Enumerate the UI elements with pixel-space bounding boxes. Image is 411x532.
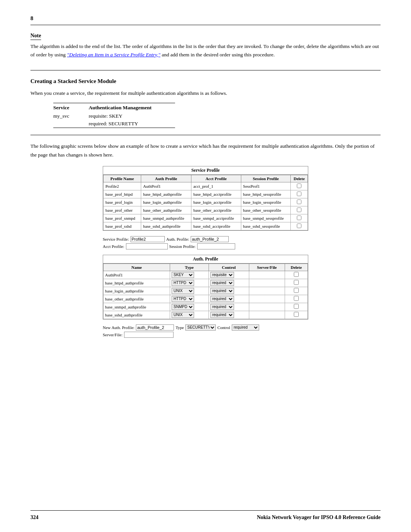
ap-delete-checkbox[interactable]	[294, 296, 299, 301]
sp-header-delete: Delete	[291, 175, 308, 182]
ap-control-select[interactable]: requisiterequiredsufficientoptional	[210, 272, 234, 278]
note-text: The algorithm is added to the end of the…	[30, 42, 381, 59]
sp-delete-checkbox[interactable]	[297, 208, 301, 212]
new-auth-server-file-label: Server/File:	[103, 332, 123, 337]
sp-header-row: Profile Name Auth Profile Acct Profile S…	[104, 175, 308, 182]
footer-page-number: 324	[30, 514, 38, 521]
ap-type-cell[interactable]: SKEYHTTPDUNIXSNMPD	[170, 287, 209, 295]
inline-table-col2: Authentication Management	[89, 103, 175, 113]
ap-control-select[interactable]: requisiterequiredsufficientoptional	[210, 288, 234, 294]
ap-type-select[interactable]: SKEYHTTPDUNIXSNMPD	[172, 280, 194, 286]
sp-session-profile-input[interactable]	[197, 243, 235, 249]
sp-cell: base_snmpd_acctprofile	[191, 214, 241, 222]
auth-cell-2: required: SECURETTY	[89, 120, 175, 128]
sp-cell: base_login_sessprofile	[241, 198, 291, 206]
sp-service-profile-input[interactable]	[131, 236, 165, 242]
sp-delete-checkbox[interactable]	[297, 224, 301, 228]
ap-serverfile-cell	[249, 271, 285, 279]
sp-cell: base_httpd_acctprofile	[191, 190, 241, 198]
sp-header-session-profile: Session Profile	[241, 175, 291, 182]
svc-name-cell-empty	[53, 120, 89, 128]
table-row: Profile2AuthProf1acct_prof_1SessProf1	[104, 182, 308, 190]
table-row: base_prof_loginbase_login_authprofilebas…	[104, 198, 308, 206]
ap-delete-checkbox[interactable]	[294, 312, 299, 317]
ap-control-select[interactable]: requisiterequiredsufficientoptional	[210, 280, 234, 286]
ap-delete-checkbox[interactable]	[294, 272, 299, 277]
auth-profile-outer: Auth. Profile Name Type Control Server/F…	[103, 255, 308, 320]
sp-acct-profile-label: Acct Profile:	[103, 244, 124, 249]
table-row: base_sshd_authprofileSKEYHTTPDUNIXSNMPDr…	[104, 311, 308, 319]
sp-delete-checkbox[interactable]	[297, 200, 301, 204]
auth-profile-title: Auth. Profile	[103, 255, 308, 264]
note-section: Note The algorithm is added to the end o…	[30, 33, 381, 59]
ap-delete-checkbox[interactable]	[294, 304, 299, 309]
sp-delete-checkbox[interactable]	[297, 184, 301, 188]
ap-serverfile-cell	[249, 303, 285, 311]
ap-control-select[interactable]: requisiterequiredsufficientoptional	[210, 312, 234, 318]
ap-control-cell[interactable]: requisiterequiredsufficientoptional	[209, 311, 249, 319]
note-link[interactable]: "Deleting an Item in a Service Profile E…	[67, 52, 161, 58]
section-divider-2	[30, 135, 381, 135]
sp-header-auth-profile: Auth Profile	[141, 175, 191, 182]
new-auth-profile-label: New Auth. Profile:	[103, 325, 134, 330]
note-text-part2: and add them in the desired order using …	[161, 52, 275, 58]
ap-header-type: Type	[170, 264, 209, 271]
ap-type-select[interactable]: SKEYHTTPDUNIXSNMPD	[172, 304, 194, 310]
table-row: AuthProf1SKEYHTTPDUNIXSNMPDrequisiterequ…	[104, 271, 308, 279]
ap-header-delete: Delete	[285, 264, 307, 271]
ap-type-cell[interactable]: SKEYHTTPDUNIXSNMPD	[170, 311, 209, 319]
service-profile-outer: Service Profile Profile Name Auth Profil…	[103, 166, 308, 231]
sp-delete-checkbox[interactable]	[297, 216, 301, 220]
sp-cell: base_prof_sshd	[104, 222, 141, 230]
sp-acct-profile-input[interactable]	[126, 243, 168, 249]
ap-type-select[interactable]: SKEYHTTPDUNIXSNMPD	[172, 312, 194, 318]
ap-delete-checkbox[interactable]	[294, 280, 299, 285]
sp-cell: base_login_authprofile	[141, 198, 191, 206]
sp-cell	[291, 190, 308, 198]
table-row: required: SECURETTY	[53, 120, 175, 128]
ui-container: Service Profile Profile Name Auth Profil…	[30, 166, 381, 338]
sp-delete-checkbox[interactable]	[297, 192, 301, 196]
ap-type-select[interactable]: SKEYHTTPDUNIXSNMPD	[172, 272, 194, 278]
ap-control-cell[interactable]: requisiterequiredsufficientoptional	[209, 287, 249, 295]
ap-type-cell[interactable]: SKEYHTTPDUNIXSNMPD	[170, 279, 209, 287]
ap-type-select[interactable]: SKEYHTTPDUNIXSNMPD	[172, 288, 194, 294]
sp-cell: base_httpd_sessprofile	[241, 190, 291, 198]
ap-type-cell[interactable]: SKEYHTTPDUNIXSNMPD	[170, 303, 209, 311]
sp-cell: AuthProf1	[141, 182, 191, 190]
sp-form-row-1: Service Profile: Auth. Profile:	[103, 236, 308, 242]
sp-cell: Profile2	[104, 182, 141, 190]
inline-table-col1: Service	[53, 103, 89, 113]
table-row: base_httpd_authprofileSKEYHTTPDUNIXSNMPD…	[104, 279, 308, 287]
new-auth-profile-input[interactable]	[136, 324, 174, 331]
table-row: base_snmpd_authprofileSKEYHTTPDUNIXSNMPD…	[104, 303, 308, 311]
ap-type-cell[interactable]: SKEYHTTPDUNIXSNMPD	[170, 295, 209, 303]
ap-type-cell[interactable]: SKEYHTTPDUNIXSNMPD	[170, 271, 209, 279]
ap-control-select[interactable]: requisiterequiredsufficientoptional	[210, 304, 234, 310]
ap-form-row-2: Server/File:	[103, 332, 308, 338]
new-auth-type-select[interactable]: SECURETTY SKEY HTTPD UNIX SNMPD	[185, 324, 216, 331]
footer: 324 Nokia Network Voyager for IPSO 4.0 R…	[30, 510, 381, 521]
sp-cell: base_snmpd_authprofile	[141, 214, 191, 222]
ap-control-cell[interactable]: requisiterequiredsufficientoptional	[209, 271, 249, 279]
ap-control-cell[interactable]: requisiterequiredsufficientoptional	[209, 303, 249, 311]
ap-delete-checkbox[interactable]	[294, 288, 299, 293]
ap-type-select[interactable]: SKEYHTTPDUNIXSNMPD	[172, 296, 194, 302]
ap-control-select[interactable]: requisiterequiredsufficientoptional	[210, 296, 234, 302]
new-auth-control-select[interactable]: required requisite sufficient optional	[232, 324, 259, 331]
sp-header-profile-name: Profile Name	[104, 175, 141, 182]
ap-name-cell: base_httpd_authprofile	[104, 279, 170, 287]
sp-service-profile-label: Service Profile:	[103, 237, 129, 241]
sp-header-acct-profile: Acct Profile	[191, 175, 241, 182]
table-row: base_prof_otherbase_other_authprofilebas…	[104, 206, 308, 214]
sp-cell	[291, 182, 308, 190]
ap-control-cell[interactable]: requisiterequiredsufficientoptional	[209, 279, 249, 287]
ap-header-control: Control	[209, 264, 249, 271]
sp-cell	[291, 222, 308, 230]
ap-name-cell: base_snmpd_authprofile	[104, 303, 170, 311]
ap-delete-cell	[285, 271, 307, 279]
ap-control-cell[interactable]: requisiterequiredsufficientoptional	[209, 295, 249, 303]
sp-cell: base_snmpd_sessprofile	[241, 214, 291, 222]
sp-auth-profile-input[interactable]	[191, 236, 229, 242]
new-auth-server-file-input[interactable]	[124, 332, 174, 338]
